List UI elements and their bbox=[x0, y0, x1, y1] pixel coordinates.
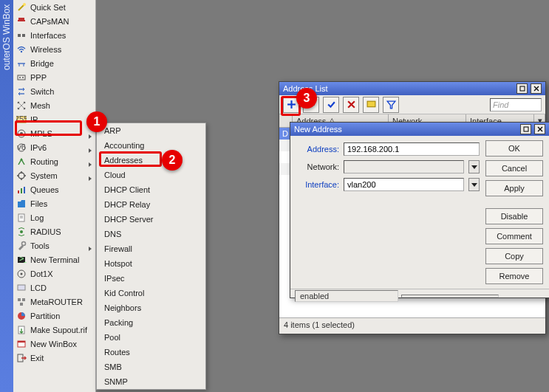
submenu-item-dns[interactable]: DNS bbox=[97, 227, 205, 241]
add-button[interactable] bbox=[283, 97, 299, 113]
bridge-icon bbox=[16, 58, 27, 69]
status-enabled: enabled bbox=[295, 290, 398, 302]
sidebar-item-make-supout-rif[interactable]: Make Supout.rif bbox=[13, 323, 95, 337]
chevron-right-icon bbox=[88, 159, 92, 164]
disable-button[interactable] bbox=[343, 97, 359, 113]
submenu-item-ipsec[interactable]: IPsec bbox=[97, 271, 205, 286]
submenu-item-packing[interactable]: Packing bbox=[97, 315, 205, 330]
address-input[interactable]: 192.168.200.1 bbox=[344, 142, 480, 156]
submenu-item-addresses[interactable]: Addresses bbox=[97, 153, 205, 168]
sidebar-item-mesh[interactable]: Mesh bbox=[13, 98, 95, 112]
svg-rect-70 bbox=[524, 127, 528, 131]
submenu-item-arp[interactable]: ARP bbox=[97, 123, 205, 138]
address-list-titlebar[interactable]: Address List bbox=[279, 82, 545, 95]
sidebar-item-mpls[interactable]: MPLS bbox=[13, 126, 95, 140]
sidebar-item-lcd[interactable]: LCD bbox=[13, 281, 95, 295]
sidebar-item-wireless[interactable]: Wireless bbox=[13, 42, 95, 56]
supout-icon bbox=[16, 325, 27, 335]
winbox-icon bbox=[16, 339, 27, 349]
partition-icon bbox=[16, 311, 27, 321]
sidebar-item-dot1x[interactable]: Dot1X bbox=[13, 267, 95, 281]
sidebar-item-partition[interactable]: Partition bbox=[13, 309, 95, 323]
filter-button[interactable] bbox=[383, 97, 399, 113]
submenu-item-dhcp-server[interactable]: DHCP Server bbox=[97, 212, 205, 227]
sidebar-item-interfaces[interactable]: Interfaces bbox=[13, 28, 95, 42]
ok-button[interactable]: OK bbox=[485, 140, 543, 157]
disable-button[interactable]: Disable bbox=[485, 208, 543, 224]
interface-dropdown-button[interactable] bbox=[468, 178, 480, 191]
sidebar-item-capsman[interactable]: CAPsMAN bbox=[13, 14, 95, 28]
remove-button[interactable]: Remove bbox=[485, 268, 543, 284]
sidebar-item-system[interactable]: System bbox=[13, 168, 95, 182]
copy-button[interactable]: Copy bbox=[485, 248, 543, 264]
sidebar-item-ip[interactable]: 255IP bbox=[13, 112, 95, 126]
address-label[interactable]: Address: bbox=[296, 145, 339, 154]
ip-icon: 255 bbox=[16, 114, 27, 125]
comment-button[interactable] bbox=[363, 97, 379, 113]
svg-rect-10 bbox=[18, 75, 25, 80]
sidebar-item-routing[interactable]: Routing bbox=[13, 154, 95, 168]
comment-button[interactable]: Comment bbox=[485, 228, 543, 244]
submenu-item-dhcp-client[interactable]: DHCP Client bbox=[97, 182, 205, 197]
submenu-item-smb[interactable]: SMB bbox=[97, 360, 205, 374]
remove-button[interactable] bbox=[303, 97, 319, 113]
enable-button[interactable] bbox=[323, 97, 339, 113]
sidebar-item-queues[interactable]: Queues bbox=[13, 182, 95, 196]
find-input[interactable]: Find bbox=[490, 98, 542, 111]
sidebar-item-label: PPP bbox=[30, 73, 47, 82]
svg-rect-2 bbox=[18, 18, 24, 20]
svg-point-30 bbox=[18, 173, 24, 179]
close-button[interactable] bbox=[534, 124, 545, 134]
sidebar-item-new-winbox[interactable]: New WinBox bbox=[13, 337, 95, 351]
sidebar-item-ppp[interactable]: PPP bbox=[13, 70, 95, 84]
sidebar-item-label: Files bbox=[30, 199, 47, 208]
submenu-item-snmp[interactable]: SNMP bbox=[97, 374, 205, 389]
sidebar-item-bridge[interactable]: Bridge bbox=[13, 56, 95, 70]
new-address-title: New Address bbox=[294, 125, 517, 134]
ppp-icon bbox=[16, 72, 27, 83]
submenu-item-pool[interactable]: Pool bbox=[97, 330, 205, 345]
submenu-item-neighbors[interactable]: Neighbors bbox=[97, 300, 205, 315]
new-address-status: enabled bbox=[290, 289, 549, 302]
sidebar-item-log[interactable]: Log bbox=[13, 210, 95, 224]
chevron-right-icon bbox=[88, 131, 92, 136]
submenu-item-cloud[interactable]: Cloud bbox=[97, 168, 205, 182]
interface-input[interactable]: vlan200 bbox=[344, 178, 464, 191]
minimize-button[interactable] bbox=[516, 83, 528, 94]
new-address-titlebar[interactable]: New Address bbox=[290, 123, 549, 136]
sidebar-item-label: Make Supout.rif bbox=[30, 326, 87, 334]
svg-rect-50 bbox=[18, 298, 21, 301]
svg-point-11 bbox=[19, 77, 21, 78]
submenu-item-kid-control[interactable]: Kid Control bbox=[97, 286, 205, 300]
new-address-window: New Address Address: 192.168.200.1 Netwo… bbox=[290, 122, 549, 298]
interface-label[interactable]: Interface: bbox=[296, 180, 339, 189]
sidebar-item-tools[interactable]: Tools bbox=[13, 238, 95, 252]
sidebar-item-switch[interactable]: Switch bbox=[13, 84, 95, 98]
submenu-item-routes[interactable]: Routes bbox=[97, 345, 205, 360]
network-expand-button[interactable] bbox=[468, 160, 480, 173]
sidebar-item-label: Exit bbox=[30, 354, 44, 362]
svg-rect-52 bbox=[20, 303, 23, 306]
sidebar-item-quick-set[interactable]: Quick Set bbox=[13, 0, 95, 14]
sidebar-item-new-terminal[interactable]: >_New Terminal bbox=[13, 252, 95, 267]
apply-button[interactable]: Apply bbox=[485, 180, 543, 196]
sidebar-item-exit[interactable]: Exit bbox=[13, 351, 95, 365]
cancel-button[interactable]: Cancel bbox=[485, 160, 543, 176]
svg-point-42 bbox=[20, 230, 23, 233]
sidebar-item-metarouter[interactable]: MetaROUTER bbox=[13, 295, 95, 309]
network-input[interactable] bbox=[344, 160, 464, 173]
chevron-right-icon bbox=[88, 117, 92, 122]
close-button[interactable] bbox=[531, 83, 542, 94]
exit-icon bbox=[16, 353, 27, 363]
sidebar-item-ipv6[interactable]: v6IPv6 bbox=[13, 140, 95, 154]
submenu-item-accounting[interactable]: Accounting bbox=[97, 138, 205, 153]
sidebar-item-files[interactable]: Files bbox=[13, 196, 95, 210]
submenu-item-dhcp-relay[interactable]: DHCP Relay bbox=[97, 197, 205, 212]
sidebar-item-radius[interactable]: RADIUS bbox=[13, 224, 95, 238]
submenu-item-hotspot[interactable]: Hotspot bbox=[97, 256, 205, 271]
minimize-button[interactable] bbox=[520, 124, 531, 134]
tools-icon bbox=[16, 241, 27, 251]
submenu-item-firewall[interactable]: Firewall bbox=[97, 241, 205, 256]
sidebar-item-label: Routing bbox=[30, 157, 58, 166]
caps-icon bbox=[16, 16, 27, 27]
